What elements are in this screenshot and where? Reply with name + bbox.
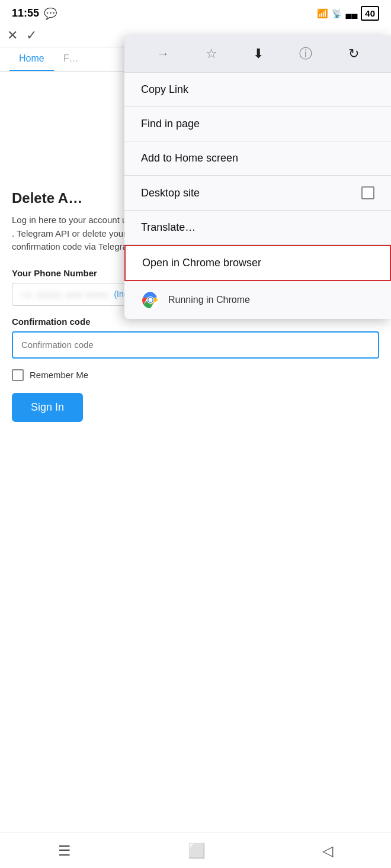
star-icon[interactable]: ☆ (206, 46, 217, 62)
nav-bar: ☰ ⬜ ◁ (0, 832, 391, 868)
nav-back-icon[interactable]: ◁ (322, 843, 333, 859)
menu-item-copy-link[interactable]: Copy Link (124, 73, 391, 107)
wifi-icon: 📶 (317, 8, 328, 19)
close-icon[interactable]: ✕ (7, 28, 18, 43)
remember-me-row: Remember Me (12, 369, 379, 381)
confirm-input[interactable] (21, 340, 370, 350)
info-icon[interactable]: ⓘ (299, 45, 312, 63)
confirm-input-wrapper[interactable] (12, 331, 379, 359)
desktop-site-checkbox[interactable] (361, 186, 374, 199)
remember-label: Remember Me (30, 370, 88, 380)
running-in-chrome-text: Running in Chrome (168, 295, 250, 305)
sign-in-button[interactable]: Sign In (12, 393, 83, 422)
svg-point-13 (149, 298, 153, 302)
nav-menu-icon[interactable]: ☰ (58, 843, 71, 859)
phone-blurred: +1 (xxx) xxx-xxxx (21, 289, 109, 299)
tab-fa[interactable]: F… (54, 47, 88, 71)
menu-item-add-to-home[interactable]: Add to Home screen (124, 141, 391, 176)
dropdown-menu: → ☆ ⬇ ⓘ ↻ Copy Link Find in page Add to … (124, 36, 391, 319)
forward-icon[interactable]: → (156, 46, 169, 62)
status-icons: 📶 📡 ▄▄ 40 (317, 6, 379, 21)
chrome-logo-icon (141, 291, 160, 309)
whatsapp-icon: 💬 (44, 7, 57, 20)
download-icon[interactable]: ⬇ (253, 46, 264, 62)
menu-item-translate[interactable]: Translate… (124, 211, 391, 245)
remember-checkbox[interactable] (12, 369, 24, 381)
battery-indicator: 40 (361, 6, 379, 21)
tab-home[interactable]: Home (9, 47, 54, 71)
signal-icon: 📡 (332, 9, 342, 18)
status-time: 11:55 (12, 7, 39, 20)
menu-item-desktop-site[interactable]: Desktop site (124, 176, 391, 211)
refresh-icon[interactable]: ↻ (348, 46, 359, 62)
dropdown-toolbar: → ☆ ⬇ ⓘ ↻ (124, 36, 391, 73)
running-in-chrome-row: Running in Chrome (124, 281, 391, 319)
menu-item-find-in-page[interactable]: Find in page (124, 107, 391, 141)
status-bar: 11:55 💬 📶 📡 ▄▄ 40 (0, 0, 391, 24)
menu-item-open-in-chrome[interactable]: Open in Chrome browser (124, 245, 391, 281)
cellular-icon: ▄▄ (345, 9, 357, 18)
nav-home-icon[interactable]: ⬜ (188, 843, 206, 859)
chevron-down-icon[interactable]: ✓ (26, 28, 37, 43)
